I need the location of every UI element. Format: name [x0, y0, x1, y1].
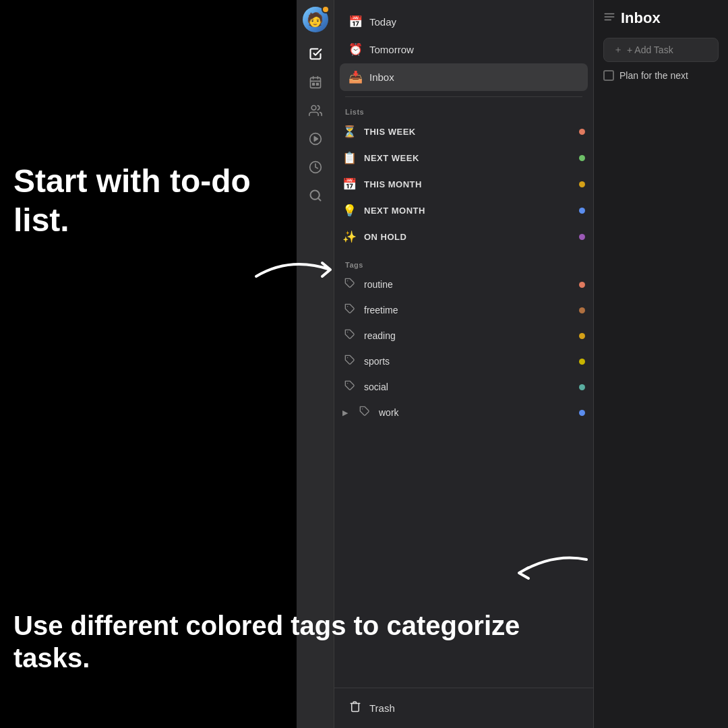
add-task-button[interactable]: ＋ + Add Task — [603, 38, 719, 62]
nav-top: 📅 Today ⏰ Tomorrow 📥 Inbox — [334, 0, 593, 91]
arrow-right-icon — [249, 243, 357, 297]
svg-rect-0 — [310, 78, 320, 88]
divider-1 — [345, 96, 582, 97]
tag-icon-reading — [342, 329, 357, 342]
tag-icon-work — [357, 406, 372, 419]
list-name-this-week: THIS WEEK — [364, 127, 572, 137]
sidebar-icon-calendar[interactable] — [303, 70, 328, 94]
list-dot-next-week — [579, 155, 585, 161]
tags-container: routine freetime reading — [334, 272, 593, 425]
tag-item-sports[interactable]: sports — [334, 348, 593, 374]
list-item-on-hold[interactable]: ✨ ON HOLD — [334, 224, 593, 250]
tag-item-reading[interactable]: reading — [334, 323, 593, 348]
tags-section-label: Tags — [334, 255, 593, 272]
inbox-icon: 📥 — [348, 70, 363, 84]
list-dot-this-week — [579, 129, 585, 135]
sidebar-icon-users[interactable] — [303, 98, 328, 123]
sidebar-icon-tasks[interactable] — [303, 42, 328, 66]
tag-name-social: social — [364, 382, 572, 392]
left-overlay: Start with to-do list. Use different col… — [0, 0, 297, 728]
lists-container: ⏳ THIS WEEK 📋 NEXT WEEK 📅 THIS MONTH 💡 N… — [334, 119, 593, 250]
tomorrow-icon: ⏰ — [348, 42, 363, 57]
svg-line-11 — [317, 198, 320, 201]
inbox-menu-icon — [603, 11, 615, 26]
svg-rect-5 — [316, 84, 318, 86]
inbox-header: Inbox — [603, 9, 719, 27]
tag-dot-sports — [579, 359, 585, 365]
list-icon-next-month: 💡 — [342, 204, 357, 218]
avatar[interactable]: 🧑 — [303, 7, 328, 32]
lists-section-label: Lists — [334, 102, 593, 119]
list-dot-on-hold — [579, 234, 585, 240]
trash-icon — [348, 700, 363, 716]
tag-dot-reading — [579, 333, 585, 339]
tag-dot-routine — [579, 282, 585, 288]
tag-name-work: work — [379, 407, 572, 418]
nav-item-today[interactable]: 📅 Today — [340, 8, 588, 36]
tag-expand-work: ▶ — [342, 408, 348, 417]
plan-item: Plan for the next — [603, 70, 719, 81]
plus-icon: ＋ — [613, 44, 623, 56]
tag-icon-sports — [342, 355, 357, 368]
tag-icon-freetime — [342, 303, 357, 317]
tag-dot-social — [579, 384, 585, 390]
tag-name-freetime: freetime — [364, 305, 572, 315]
arrow-left-icon — [499, 539, 593, 593]
annotation-top-text: Start with to-do list. — [13, 162, 283, 239]
nav-item-tomorrow[interactable]: ⏰ Tomorrow — [340, 36, 588, 63]
list-icon-this-week: ⏳ — [342, 125, 357, 139]
list-item-next-week[interactable]: 📋 NEXT WEEK — [334, 145, 593, 171]
notification-dot — [322, 5, 330, 13]
plan-label: Plan for the next — [619, 70, 688, 81]
list-item-next-month[interactable]: 💡 NEXT MONTH — [334, 198, 593, 224]
tag-icon-social — [342, 380, 357, 394]
nav-bottom: Trash — [334, 688, 593, 728]
today-icon: 📅 — [348, 15, 363, 29]
tag-dot-freetime — [579, 307, 585, 313]
list-name-next-week: NEXT WEEK — [364, 153, 572, 163]
tag-dot-work — [579, 410, 585, 416]
tag-name-reading: reading — [364, 330, 572, 341]
list-name-this-month: THIS MONTH — [364, 179, 572, 189]
list-name-on-hold: ON HOLD — [364, 232, 572, 242]
list-icon-this-month: 📅 — [342, 177, 357, 191]
svg-marker-8 — [314, 137, 317, 142]
sidebar-icon-play[interactable] — [303, 127, 328, 151]
list-item-this-week[interactable]: ⏳ THIS WEEK — [334, 119, 593, 145]
tag-item-work[interactable]: ▶ work — [334, 400, 593, 425]
tag-item-routine[interactable]: routine — [334, 272, 593, 297]
tag-name-routine: routine — [364, 279, 572, 290]
trash-label: Trash — [369, 702, 395, 714]
svg-point-6 — [311, 106, 316, 111]
annotation-bottom-text: Use different colored tags to categorize… — [13, 609, 539, 674]
list-dot-this-month — [579, 181, 585, 187]
nav-scroll: Lists ⏳ THIS WEEK 📋 NEXT WEEK 📅 THIS MON… — [334, 102, 593, 688]
nav-item-inbox[interactable]: 📥 Inbox — [340, 63, 588, 91]
svg-rect-4 — [312, 84, 314, 86]
list-dot-next-month — [579, 208, 585, 214]
inbox-title: Inbox — [621, 9, 661, 27]
tag-name-sports: sports — [364, 356, 572, 367]
today-label: Today — [369, 16, 396, 28]
plan-checkbox[interactable] — [603, 70, 614, 81]
nav-item-trash[interactable]: Trash — [340, 694, 588, 723]
inbox-label: Inbox — [369, 71, 394, 83]
sidebar-icon-history[interactable] — [303, 155, 328, 179]
sidebar-icon-search[interactable] — [303, 183, 328, 208]
list-icon-on-hold: ✨ — [342, 230, 357, 244]
inbox-panel: Inbox ＋ + Add Task Plan for the next — [593, 0, 728, 728]
tag-item-social[interactable]: social — [334, 374, 593, 400]
list-icon-next-week: 📋 — [342, 151, 357, 165]
list-name-next-month: NEXT MONTH — [364, 206, 572, 216]
add-task-label: + Add Task — [627, 44, 673, 55]
list-item-this-month[interactable]: 📅 THIS MONTH — [334, 171, 593, 198]
tag-item-freetime[interactable]: freetime — [334, 297, 593, 323]
tomorrow-label: Tomorrow — [369, 44, 414, 55]
